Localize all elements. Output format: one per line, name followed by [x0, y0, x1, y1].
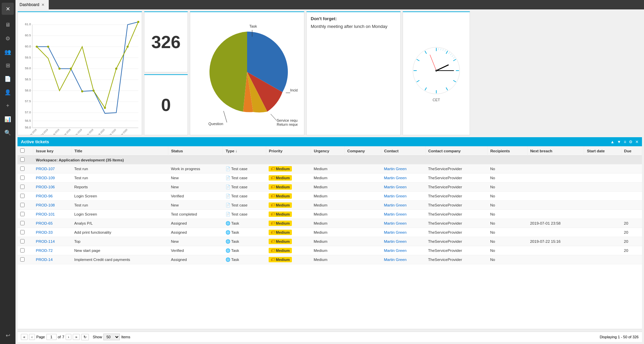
row-checkbox-cell[interactable]: [18, 255, 33, 264]
row-due: [621, 255, 642, 264]
row-checkbox[interactable]: [20, 212, 25, 216]
contact-link[interactable]: Martin Green: [384, 230, 406, 234]
col-start-date[interactable]: Start date: [584, 146, 621, 156]
logout-icon[interactable]: ↩: [2, 329, 14, 341]
row-checkbox[interactable]: [20, 166, 25, 171]
row-checkbox-cell[interactable]: [18, 183, 33, 192]
col-checkbox[interactable]: [18, 146, 33, 156]
row-status: Work in progress: [168, 164, 223, 174]
svg-line-51: [224, 111, 227, 122]
show-select[interactable]: 50 25 100: [103, 334, 120, 340]
tab-close-icon[interactable]: ✕: [41, 3, 44, 7]
col-urgency[interactable]: Urgency: [311, 146, 344, 156]
logo-icon[interactable]: ✕: [2, 3, 14, 15]
row-checkbox[interactable]: [20, 230, 25, 234]
last-page-btn[interactable]: »: [73, 334, 79, 340]
row-checkbox-cell[interactable]: [18, 219, 33, 228]
table-row: PROD-96 Login Screen Verified 📄 Test cas…: [18, 192, 642, 201]
next-page-btn[interactable]: ›: [66, 334, 72, 340]
users-icon[interactable]: 👥: [2, 46, 14, 58]
col-due[interactable]: Due: [621, 146, 642, 156]
issue-key-link[interactable]: PROD-101: [36, 212, 55, 216]
issue-key-link[interactable]: PROD-109: [36, 176, 55, 180]
row-checkbox[interactable]: [20, 176, 25, 180]
workspace-checkbox-cell[interactable]: [18, 156, 33, 164]
row-checkbox-cell[interactable]: [18, 237, 33, 246]
row-contact: Martin Green: [381, 255, 425, 264]
issue-key-link[interactable]: PROD-14: [36, 258, 53, 262]
pie-chart-svg: Task Incident Service request Return req…: [197, 18, 298, 129]
prev-page-btn[interactable]: ‹: [29, 334, 35, 340]
col-status[interactable]: Status: [168, 146, 223, 156]
row-checkbox[interactable]: [20, 239, 25, 243]
person-icon[interactable]: 👤: [2, 86, 14, 98]
row-checkbox[interactable]: [20, 257, 25, 262]
search-icon[interactable]: 🔍: [2, 126, 14, 139]
row-issue-key: PROD-107: [33, 164, 72, 174]
select-all-checkbox[interactable]: [20, 148, 25, 153]
contact-link[interactable]: Martin Green: [384, 258, 406, 262]
issue-key-link[interactable]: PROD-107: [36, 167, 55, 171]
col-title[interactable]: Title: [71, 146, 168, 156]
issue-key-link[interactable]: PROD-65: [36, 221, 53, 225]
col-next-breach[interactable]: Next breach: [527, 146, 584, 156]
refresh-btn[interactable]: ↻: [81, 334, 89, 340]
first-page-btn[interactable]: «: [21, 334, 28, 340]
contact-link[interactable]: Martin Green: [384, 239, 406, 243]
document-icon[interactable]: 📄: [2, 73, 14, 85]
row-title: Login Screen: [71, 192, 168, 201]
grid-icon[interactable]: ⊞: [2, 59, 14, 71]
contact-link[interactable]: Martin Green: [384, 249, 406, 253]
plus-icon[interactable]: +: [2, 100, 14, 112]
page-input[interactable]: [46, 334, 57, 340]
row-priority: 🏷 Medium: [266, 183, 311, 192]
contact-link[interactable]: Martin Green: [384, 212, 406, 216]
row-checkbox-cell[interactable]: [18, 192, 33, 201]
monitor-icon[interactable]: 🖥: [2, 19, 14, 31]
horizontal-scrollbar[interactable]: [18, 329, 642, 332]
row-checkbox[interactable]: [20, 221, 25, 225]
issue-key-link[interactable]: PROD-114: [36, 239, 55, 243]
issue-key-link[interactable]: PROD-72: [36, 249, 53, 253]
row-checkbox-cell[interactable]: [18, 246, 33, 255]
row-start-date: [584, 246, 621, 255]
row-checkbox-cell[interactable]: [18, 174, 33, 183]
chart-icon[interactable]: 📊: [2, 113, 14, 125]
row-checkbox[interactable]: [20, 203, 25, 207]
sort-asc-icon[interactable]: ▲: [610, 140, 614, 144]
filter-icon[interactable]: ▼: [617, 140, 621, 144]
col-type[interactable]: Type ↓: [223, 146, 266, 156]
contact-link[interactable]: Martin Green: [384, 221, 406, 225]
row-checkbox-cell[interactable]: [18, 210, 33, 219]
col-contact-company[interactable]: Contact company: [425, 146, 487, 156]
issue-key-link[interactable]: PROD-106: [36, 185, 55, 189]
row-contact-company: TheServiceProvider: [425, 228, 487, 237]
col-contact[interactable]: Contact: [381, 146, 425, 156]
row-checkbox[interactable]: [20, 248, 25, 253]
issue-key-link[interactable]: PROD-96: [36, 194, 53, 198]
gear-icon[interactable]: ⚙: [2, 32, 14, 44]
col-priority[interactable]: Priority: [266, 146, 311, 156]
row-next-breach: [527, 228, 584, 237]
row-checkbox[interactable]: [20, 185, 25, 189]
row-checkbox-cell[interactable]: [18, 228, 33, 237]
tab-dashboard[interactable]: Dashboard ✕: [15, 0, 49, 9]
contact-link[interactable]: Martin Green: [384, 185, 406, 189]
col-issue-key[interactable]: Issue key: [33, 146, 72, 156]
contact-link[interactable]: Martin Green: [384, 194, 406, 198]
row-checkbox-cell[interactable]: [18, 164, 33, 174]
columns-icon[interactable]: ≡: [624, 140, 626, 144]
issue-key-link[interactable]: PROD-108: [36, 203, 55, 207]
contact-link[interactable]: Martin Green: [384, 203, 406, 207]
col-company[interactable]: Company: [344, 146, 381, 156]
contact-link[interactable]: Martin Green: [384, 167, 406, 171]
workspace-checkbox[interactable]: [20, 157, 25, 162]
issue-key-link[interactable]: PROD-33: [36, 230, 53, 234]
row-checkbox[interactable]: [20, 194, 25, 198]
row-checkbox-cell[interactable]: [18, 201, 33, 210]
row-status: Verified: [168, 192, 223, 201]
contact-link[interactable]: Martin Green: [384, 176, 406, 180]
settings-icon[interactable]: ⚙: [629, 140, 633, 144]
col-recipients[interactable]: Recipients: [487, 146, 528, 156]
close-tickets-icon[interactable]: ✕: [635, 140, 639, 144]
